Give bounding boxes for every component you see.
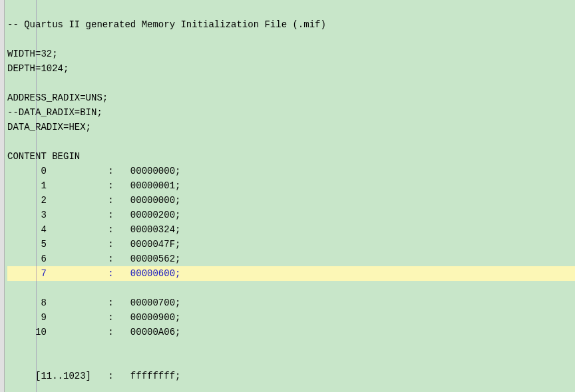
editor-content[interactable]: -- Quartus II generated Memory Initializ… bbox=[5, 0, 575, 392]
data-row: 0 : 00000000; bbox=[7, 166, 180, 176]
data-row: 2 : 00000000; bbox=[7, 195, 180, 206]
address-radix-line: ADDRESS_RADIX=UNS; bbox=[7, 93, 108, 103]
highlighted-row-text: 7 : 00000600; bbox=[7, 268, 180, 279]
data-radix-comment: --DATA_RADIX=BIN; bbox=[7, 107, 102, 118]
vertical-guide-line bbox=[36, 0, 37, 392]
data-row: 8 : 00000700; bbox=[7, 297, 180, 308]
code-editor[interactable]: -- Quartus II generated Memory Initializ… bbox=[0, 0, 575, 392]
data-row: 9 : 00000900; bbox=[7, 312, 180, 323]
data-row: 1 : 00000001; bbox=[7, 180, 180, 191]
data-row: 4 : 00000324; bbox=[7, 224, 180, 235]
content-begin-line: CONTENT BEGIN bbox=[7, 151, 80, 162]
data-row: 7 : 00000600; bbox=[7, 266, 575, 281]
data-row: 5 : 0000047F; bbox=[7, 239, 180, 250]
editor-gutter bbox=[0, 0, 5, 392]
width-declaration: WIDTH=32; bbox=[7, 49, 58, 59]
depth-declaration: DEPTH=1024; bbox=[7, 63, 69, 74]
data-radix-line: DATA_RADIX=HEX; bbox=[7, 122, 91, 132]
data-rows-section: 0 : 00000000; 1 : 00000001; 2 : 00000000… bbox=[7, 164, 575, 339]
data-row: 10 : 00000A06; bbox=[7, 327, 180, 337]
data-row: 3 : 00000200; bbox=[7, 210, 180, 220]
data-row: 6 : 00000562; bbox=[7, 254, 180, 264]
comment-line: -- Quartus II generated Memory Initializ… bbox=[7, 19, 326, 30]
range-row: [11..1023] : ffffffff; bbox=[7, 371, 180, 381]
